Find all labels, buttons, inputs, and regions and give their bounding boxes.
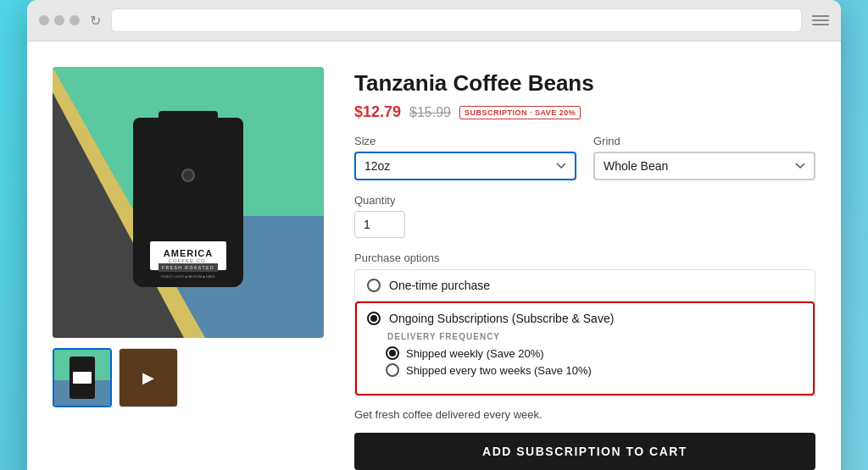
menu-icon[interactable] [812, 15, 829, 25]
one-time-option[interactable]: One-time purchase [355, 270, 815, 301]
price-original: $15.99 [409, 105, 451, 120]
purchase-options-label: Purchase options [354, 252, 815, 264]
browser-chrome: ↻ [27, 0, 841, 41]
dot-2 [54, 15, 64, 25]
main-product-image: AMERICA COFFEE CO. FRESH ROASTED ROAST: … [53, 67, 324, 338]
subscription-radio[interactable] [367, 312, 381, 325]
add-to-cart-button[interactable]: ADD SUBSCRIPTION TO CART [354, 433, 815, 470]
price-current: $12.79 [354, 103, 401, 121]
quantity-label: Quantity [354, 194, 815, 207]
product-images: AMERICA COFFEE CO. FRESH ROASTED ROAST: … [53, 67, 324, 470]
thumb-bg-1 [54, 350, 110, 406]
brand-name: AMERICA [155, 248, 221, 258]
thumb-bg-2: ▶ [120, 349, 177, 406]
product-details: Tanzania Coffee Beans $12.79 $15.99 SUBS… [354, 67, 815, 470]
thumb-bag-label [73, 372, 92, 384]
bag-valve [181, 169, 195, 182]
one-time-label: One-time purchase [389, 279, 490, 292]
grind-option-group: Grind Whole Bean Coarse Medium Fine [593, 135, 815, 180]
dot-1 [39, 15, 49, 25]
roast-info: ROAST: LIGHT ■ MEDIUM ■ DARK [159, 274, 218, 279]
browser-window: ↻ AMERIC [27, 0, 841, 470]
weekly-radio[interactable] [386, 346, 399, 360]
weekly-label: Shipped weekly (Save 20%) [406, 347, 544, 360]
thumb-bag [70, 357, 95, 399]
size-option-group: Size 12oz 6oz 24oz [354, 135, 576, 180]
browser-content: AMERICA COFFEE CO. FRESH ROASTED ROAST: … [27, 41, 841, 470]
purchase-options-section: Purchase options One-time purchase [354, 252, 815, 396]
quantity-input[interactable] [354, 211, 405, 238]
thumbnail-2[interactable]: ▶ [119, 348, 178, 407]
dot-3 [70, 15, 80, 25]
subscription-badge: SUBSCRIPTION · SAVE 20% [459, 106, 581, 119]
product-title: Tanzania Coffee Beans [354, 70, 815, 97]
coffee-bag: AMERICA COFFEE CO. FRESH ROASTED ROAST: … [133, 118, 243, 287]
address-bar[interactable] [111, 8, 802, 32]
image-background: AMERICA COFFEE CO. FRESH ROASTED ROAST: … [53, 67, 324, 338]
quantity-group: Quantity [354, 194, 815, 238]
price-row: $12.79 $15.99 SUBSCRIPTION · SAVE 20% [354, 103, 815, 121]
size-label: Size [354, 135, 576, 147]
subscription-option[interactable]: Ongoing Subscriptions (Subscribe & Save)… [355, 301, 815, 395]
purchase-options-box: One-time purchase Ongoing Subscriptions … [354, 269, 815, 396]
biweekly-radio[interactable] [386, 363, 399, 377]
grind-label: Grind [593, 135, 815, 147]
weekly-radio-dot [389, 350, 396, 357]
biweekly-label: Shipped every two weeks (Save 10%) [406, 364, 592, 377]
browser-dots [39, 15, 80, 25]
delivery-weekly[interactable]: Shipped weekly (Save 20%) [386, 346, 803, 360]
grind-select[interactable]: Whole Bean Coarse Medium Fine [593, 152, 815, 180]
delivery-biweekly[interactable]: Shipped every two weeks (Save 10%) [386, 363, 803, 377]
subscription-label: Ongoing Subscriptions (Subscribe & Save) [389, 312, 614, 325]
fresh-coffee-text: Get fresh coffee delivered every week. [354, 408, 815, 421]
refresh-icon[interactable]: ↻ [90, 13, 101, 29]
bag-bottom-text: FRESH ROASTED ROAST: LIGHT ■ MEDIUM ■ DA… [159, 263, 218, 279]
fresh-roasted-label: FRESH ROASTED [159, 263, 218, 272]
thumbnail-1[interactable] [53, 348, 112, 407]
size-grind-row: Size 12oz 6oz 24oz Grind Whole Bean Coar… [354, 135, 815, 180]
size-select[interactable]: 12oz 6oz 24oz [354, 152, 576, 180]
play-icon: ▶ [142, 368, 154, 387]
subscription-row: Ongoing Subscriptions (Subscribe & Save) [367, 312, 803, 325]
one-time-radio[interactable] [367, 279, 381, 292]
delivery-freq-label: DELIVERY FREQUENCY [387, 332, 803, 341]
thumbnail-row: ▶ [53, 348, 324, 407]
subscription-option-inner: Ongoing Subscriptions (Subscribe & Save)… [367, 312, 803, 385]
subscription-radio-dot [370, 315, 377, 322]
bag-top [159, 111, 218, 124]
